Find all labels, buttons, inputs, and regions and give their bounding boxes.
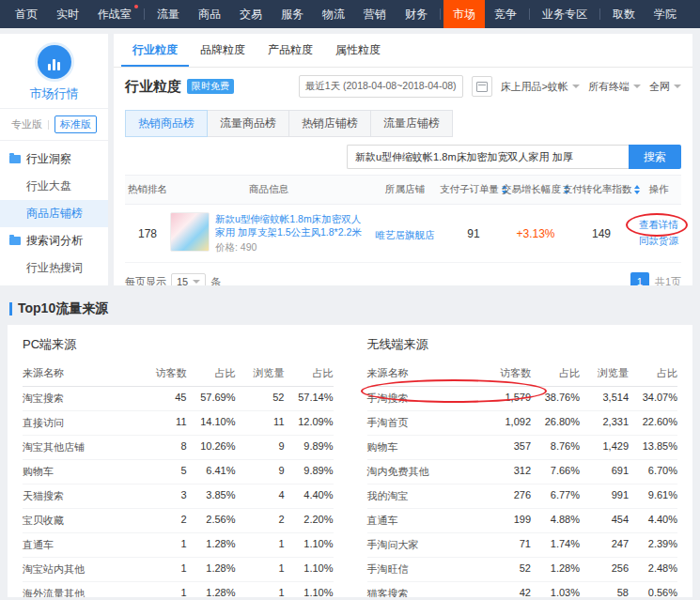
product-price: 价格: 490 xyxy=(215,241,362,254)
views-value: 3,514 xyxy=(580,392,629,406)
traffic-section-title: Top10流量来源 xyxy=(18,300,108,317)
views-value: 247 xyxy=(580,538,629,552)
header-growth-sort[interactable]: 交易增长幅度 xyxy=(505,176,567,204)
search-button[interactable]: 搜索 xyxy=(629,145,681,169)
traffic-row: 手淘搜索 1,579 38.76% 3,514 34.07% xyxy=(367,387,678,411)
nav-divider xyxy=(440,8,441,20)
rank-tab[interactable]: 流量商品榜 xyxy=(207,110,289,137)
view-detail-link[interactable]: 查看详情 xyxy=(639,219,678,232)
version-pro[interactable]: 专业版 xyxy=(11,117,42,131)
header-actions: 操作 xyxy=(636,176,681,204)
visitors-value: 52 xyxy=(482,562,531,577)
sidebar-group-search-analysis[interactable]: 搜索词分析 xyxy=(0,227,108,254)
category-dropdown[interactable]: 床上用品>蚊帐 xyxy=(501,80,580,94)
traffic-row: 宝贝收藏 2 2.56% 2 2.20% xyxy=(23,509,334,533)
header-visitors-pct: 占比 xyxy=(531,366,580,380)
terminal-dropdown[interactable]: 所有终端 xyxy=(588,80,641,94)
network-dropdown[interactable]: 全网 xyxy=(649,80,681,94)
header-product: 商品信息 xyxy=(170,176,367,204)
per-page-label: 每页显示 xyxy=(125,275,166,285)
nav-item-realtime[interactable]: 实时 xyxy=(47,0,88,28)
shop-link[interactable]: 唯艺居旗舰店 xyxy=(376,229,435,240)
views-pct-value: 1.10% xyxy=(285,587,334,597)
terminal-dropdown-label: 所有终端 xyxy=(588,80,630,94)
header-visitors: 访客数 xyxy=(138,366,187,380)
nav-item-business-zone[interactable]: 业务专区 xyxy=(533,0,597,28)
visitors-pct-value: 10.26% xyxy=(187,440,236,454)
rank-tab[interactable]: 热销商品榜 xyxy=(125,110,208,137)
visitors-value: 312 xyxy=(482,465,531,479)
header-rank: 热销排名 xyxy=(125,176,170,204)
rank-tab[interactable]: 流量店铺榜 xyxy=(370,110,453,137)
wireless-traffic-title: 无线端来源 xyxy=(367,336,678,353)
product-title-link[interactable]: 新款u型伸缩蚊帐1.8m床加密双人家用 加厚支架1.5公主风1.8*2.2米 xyxy=(215,212,362,238)
calendar-button[interactable] xyxy=(472,76,492,97)
header-orders-sort[interactable]: 支付子订单量 xyxy=(443,176,505,204)
visitors-pct-value: 8.76% xyxy=(531,440,580,454)
source-name: 淘宝搜索 xyxy=(23,392,138,406)
chevron-down-icon xyxy=(674,85,681,88)
group-label: 行业洞察 xyxy=(26,151,71,167)
views-pct-value: 4.40% xyxy=(629,514,677,528)
page-total-label: 共1页 xyxy=(655,275,681,285)
views-pct-value: 22.60% xyxy=(629,416,677,430)
search-input[interactable] xyxy=(347,145,629,169)
nav-item-academy[interactable]: 学院 xyxy=(645,0,686,28)
pagination: 每页显示 15 条 1 共1页 xyxy=(114,263,692,285)
same-source-link[interactable]: 同款货源 xyxy=(639,235,678,248)
sidebar-item-search-word-query[interactable]: 搜索词查询 xyxy=(0,282,108,285)
nav-item-competition[interactable]: 竞争 xyxy=(485,0,526,28)
nav-item-market[interactable]: 市场 xyxy=(443,0,485,28)
nav-item-marketing[interactable]: 营销 xyxy=(354,0,396,28)
views-pct-value: 1.10% xyxy=(285,538,334,552)
granularity-tab[interactable]: 行业粒度 xyxy=(121,34,189,67)
views-pct-value: 6.70% xyxy=(629,465,677,479)
traffic-row: 购物车 357 8.76% 1,429 13.85% xyxy=(367,436,678,460)
granularity-tab[interactable]: 属性粒度 xyxy=(324,34,392,67)
views-value: 454 xyxy=(580,514,629,528)
rank-tab[interactable]: 热销店铺榜 xyxy=(288,110,371,137)
visitors-pct-value: 3.85% xyxy=(187,489,236,503)
per-page-unit: 条 xyxy=(210,275,221,285)
views-value: 991 xyxy=(580,489,629,503)
nav-item-finance[interactable]: 财务 xyxy=(396,0,437,28)
visitors-value: 1,579 xyxy=(482,392,531,406)
views-value: 1,429 xyxy=(580,440,629,454)
main-panel: 行业粒度 品牌粒度 产品粒度 属性粒度 行业粒度 限时免费 最近1天 (2018… xyxy=(114,34,692,285)
per-page-select[interactable]: 15 xyxy=(171,273,206,285)
granularity-tab[interactable]: 产品粒度 xyxy=(257,34,324,67)
nav-item-trade[interactable]: 交易 xyxy=(230,0,272,28)
granularity-tab[interactable]: 品牌粒度 xyxy=(189,34,257,67)
nav-item-logistics[interactable]: 物流 xyxy=(313,0,354,28)
views-pct-value: 2.20% xyxy=(285,514,334,528)
date-range-picker[interactable]: 最近1天 (2018-04-08~2018-04-08) xyxy=(299,75,463,98)
sidebar-group-industry-insight[interactable]: 行业洞察 xyxy=(0,146,108,173)
nav-item-service[interactable]: 服务 xyxy=(272,0,313,28)
sidebar-item-product-shop-rank[interactable]: 商品店铺榜 xyxy=(0,200,108,227)
header-conversion-sort[interactable]: 支付转化率指数 xyxy=(567,176,636,204)
nav-item-product[interactable]: 商品 xyxy=(189,0,230,28)
page-number-button[interactable]: 1 xyxy=(630,272,649,285)
product-image[interactable] xyxy=(170,212,210,252)
version-standard[interactable]: 标准版 xyxy=(54,115,97,133)
visitors-value: 1 xyxy=(138,562,187,577)
sidebar-item-hot-search-words[interactable]: 行业热搜词 xyxy=(0,254,108,282)
views-pct-value: 57.14% xyxy=(285,392,334,406)
visitors-pct-value: 4.88% xyxy=(531,514,580,528)
source-name: 直通车 xyxy=(23,538,138,552)
source-name: 我的淘宝 xyxy=(367,489,483,503)
views-pct-value: 9.61% xyxy=(629,489,677,503)
sidebar-item-industry-overview[interactable]: 行业大盘 xyxy=(0,173,108,200)
views-pct-value: 34.07% xyxy=(629,392,677,406)
nav-item-home[interactable]: 首页 xyxy=(6,0,47,28)
group-label: 搜索词分析 xyxy=(26,233,83,249)
traffic-row: 淘宝其他店铺 8 10.26% 9 9.89% xyxy=(23,436,334,460)
nav-item-data-extract[interactable]: 取数 xyxy=(603,0,645,28)
traffic-row: 手淘旺信 52 1.28% 256 2.48% xyxy=(367,558,678,582)
nav-item-traffic[interactable]: 流量 xyxy=(148,0,189,28)
header-source-name: 来源名称 xyxy=(367,366,483,380)
nav-divider xyxy=(144,8,145,20)
filter-controls: 最近1天 (2018-04-08~2018-04-08) 床上用品>蚊帐 所有终… xyxy=(299,75,681,98)
nav-item-war-room[interactable]: 作战室 xyxy=(88,0,141,28)
visitors-value: 1 xyxy=(138,538,187,552)
